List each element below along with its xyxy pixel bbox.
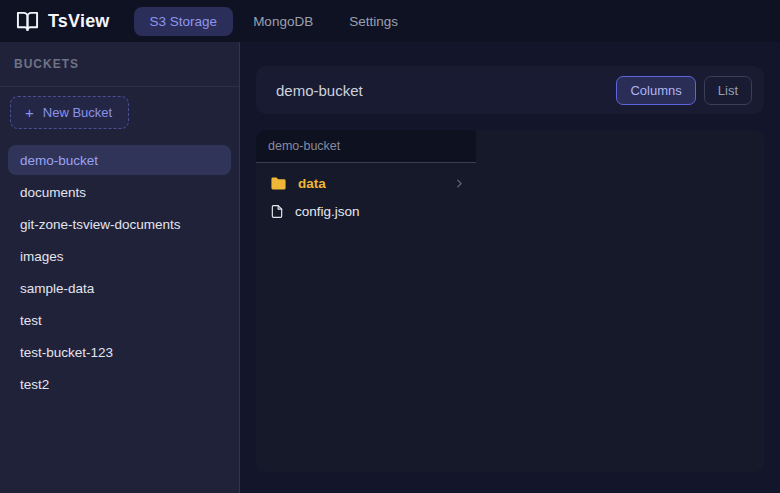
browser-column: demo-bucket data config.json [256, 130, 476, 472]
book-open-icon [16, 10, 39, 33]
new-bucket-label: New Bucket [43, 105, 112, 120]
top-nav-tabs: S3 StorageMongoDBSettings [134, 7, 414, 36]
sidebar-item-documents[interactable]: documents [8, 177, 231, 207]
app-title: TsView [48, 11, 110, 32]
tab-s3-storage[interactable]: S3 Storage [134, 7, 234, 36]
chevron-right-icon [453, 177, 466, 190]
app-logo: TsView [16, 10, 110, 33]
plus-icon: + [25, 105, 34, 120]
new-bucket-button[interactable]: + New Bucket [10, 96, 129, 129]
sidebar-item-test2[interactable]: test2 [8, 369, 231, 399]
file-icon [270, 203, 284, 220]
sidebar-item-test-bucket-123[interactable]: test-bucket-123 [8, 337, 231, 367]
app-window: TsView S3 StorageMongoDBSettings BUCKETS… [0, 0, 780, 493]
buckets-heading: BUCKETS [14, 57, 79, 71]
column-header: demo-bucket [256, 130, 476, 163]
sidebar-item-git-zone-tsview-documents[interactable]: git-zone-tsview-documents [8, 209, 231, 239]
sidebar-header: BUCKETS [0, 42, 239, 87]
column-items: data config.json [256, 163, 476, 225]
folder-icon [270, 176, 287, 191]
bucket-header-card: demo-bucket ColumnsList [256, 66, 764, 114]
view-toggle: ColumnsList [616, 76, 752, 105]
sidebar-item-demo-bucket[interactable]: demo-bucket [8, 145, 231, 175]
sidebar-item-test[interactable]: test [8, 305, 231, 335]
bucket-list: demo-bucketdocumentsgit-zone-tsview-docu… [0, 145, 239, 401]
file-item-label: data [298, 176, 326, 191]
bucket-title: demo-bucket [276, 82, 363, 99]
topbar: TsView S3 StorageMongoDBSettings [0, 0, 780, 42]
list-view-button[interactable]: List [704, 76, 752, 105]
file-item-label: config.json [295, 204, 360, 219]
columns-view-button[interactable]: Columns [616, 76, 695, 105]
tab-mongodb[interactable]: MongoDB [237, 7, 329, 36]
layout: BUCKETS + New Bucket demo-bucketdocument… [0, 42, 780, 493]
sidebar-item-sample-data[interactable]: sample-data [8, 273, 231, 303]
sidebar-item-images[interactable]: images [8, 241, 231, 271]
main-area: demo-bucket ColumnsList demo-bucket data [240, 42, 780, 493]
file-item-config.json[interactable]: config.json [256, 197, 476, 225]
sidebar: BUCKETS + New Bucket demo-bucketdocument… [0, 42, 240, 493]
folder-item-data[interactable]: data [256, 169, 476, 197]
tab-settings[interactable]: Settings [333, 7, 414, 36]
file-browser-panel: demo-bucket data config.json [256, 130, 764, 472]
